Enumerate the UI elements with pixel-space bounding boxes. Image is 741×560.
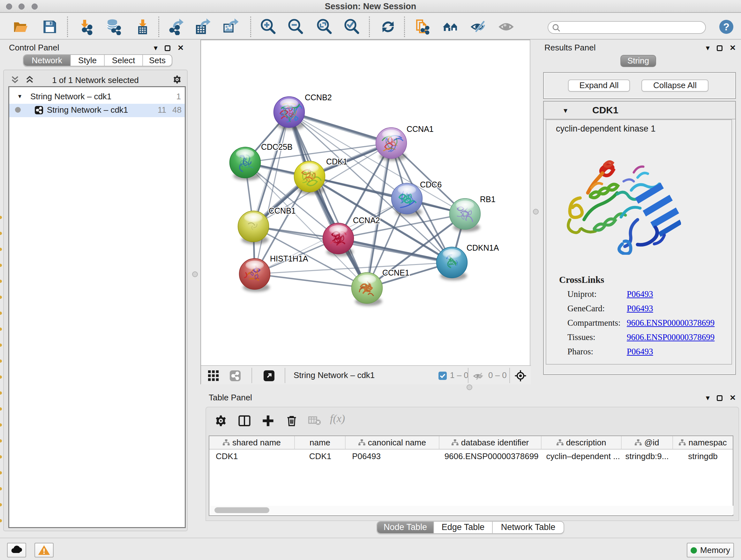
svg-text:RB1: RB1: [480, 195, 495, 204]
svg-text:CCNE1: CCNE1: [382, 268, 409, 277]
svg-text:?: ?: [723, 21, 730, 33]
svg-text:CDKN1A: CDKN1A: [467, 243, 499, 252]
svg-text:CCNB2: CCNB2: [305, 93, 332, 102]
svg-text:CCNB1: CCNB1: [269, 206, 296, 215]
svg-text:CCNA2: CCNA2: [353, 216, 380, 225]
svg-text:CDC25B: CDC25B: [261, 142, 293, 151]
svg-text:CDK1: CDK1: [326, 157, 347, 166]
svg-text:HIST1H1A: HIST1H1A: [270, 254, 308, 263]
svg-text:CDC6: CDC6: [420, 180, 442, 189]
svg-text:CCNA1: CCNA1: [407, 125, 434, 133]
